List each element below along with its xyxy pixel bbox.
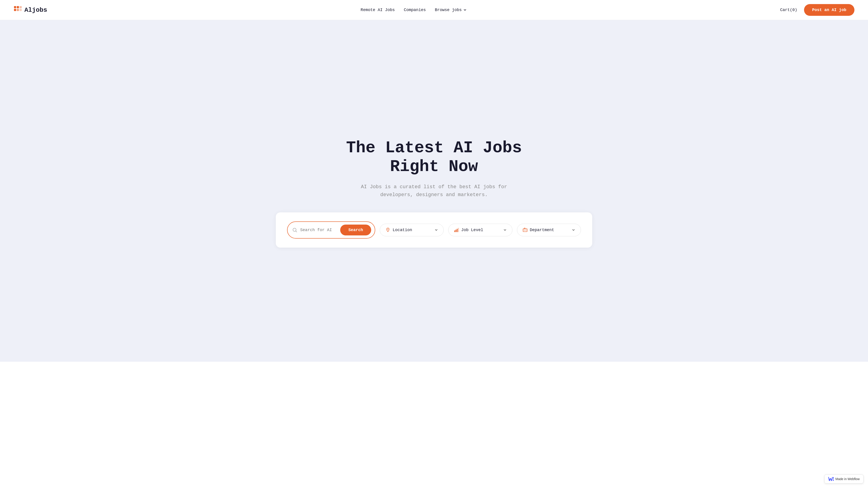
nav-browse-label: Browse jobs (435, 8, 462, 12)
search-card: Search Location (276, 213, 592, 248)
department-filter-label: Department (530, 228, 554, 232)
department-icon (523, 228, 528, 232)
logo-text: Aljobs (24, 6, 47, 13)
svg-rect-13 (524, 230, 525, 230)
nav-links: Remote AI Jobs Companies Browse jobs (361, 8, 467, 12)
svg-rect-12 (523, 229, 527, 232)
nav-browse-jobs[interactable]: Browse jobs (435, 8, 467, 12)
webflow-badge-text: Made in Webflow (835, 477, 860, 481)
svg-rect-14 (525, 230, 526, 230)
cart-link[interactable]: Cart(0) (780, 8, 797, 12)
hero-subtitle: AI Jobs is a curated list of the best AI… (355, 183, 513, 199)
nav-companies[interactable]: Companies (404, 8, 426, 12)
location-icon (385, 228, 391, 232)
svg-rect-3 (17, 9, 19, 11)
chevron-down-icon (463, 8, 467, 12)
svg-rect-8 (454, 230, 455, 232)
joblevel-chevron-icon (503, 228, 507, 232)
hero-section: The Latest AI Jobs Right Now AI Jobs is … (0, 20, 868, 362)
hero-title: The Latest AI Jobs Right Now (332, 139, 536, 176)
job-level-filter[interactable]: Job Level (448, 224, 512, 236)
svg-rect-1 (17, 6, 19, 8)
svg-rect-5 (20, 9, 22, 11)
svg-rect-11 (458, 228, 459, 232)
svg-rect-4 (20, 6, 22, 8)
search-input[interactable] (300, 228, 338, 232)
svg-point-7 (388, 229, 388, 230)
joblevel-icon (454, 228, 459, 232)
webflow-logo-icon (828, 477, 834, 481)
search-button[interactable]: Search (340, 225, 371, 235)
svg-rect-0 (14, 6, 16, 8)
location-filter-label: Location (393, 228, 412, 232)
location-chevron-icon (434, 228, 438, 232)
post-job-button[interactable]: Post an AI job (804, 4, 855, 16)
logo-icon (13, 6, 22, 14)
search-input-group[interactable]: Search (287, 221, 375, 238)
department-filter[interactable]: Department (517, 224, 581, 236)
logo[interactable]: Aljobs (13, 6, 47, 14)
svg-rect-9 (456, 230, 457, 232)
search-icon (292, 227, 298, 233)
department-chevron-icon (572, 228, 575, 232)
job-level-filter-label: Job Level (461, 228, 483, 232)
nav-remote-ai-jobs[interactable]: Remote AI Jobs (361, 8, 395, 12)
svg-rect-10 (457, 229, 458, 232)
location-filter[interactable]: Location (380, 224, 444, 236)
svg-rect-2 (14, 9, 16, 11)
navbar: Aljobs Remote AI Jobs Companies Browse j… (0, 0, 868, 20)
nav-right: Cart(0) Post an AI job (780, 4, 855, 16)
webflow-badge[interactable]: Made in Webflow (825, 475, 864, 484)
